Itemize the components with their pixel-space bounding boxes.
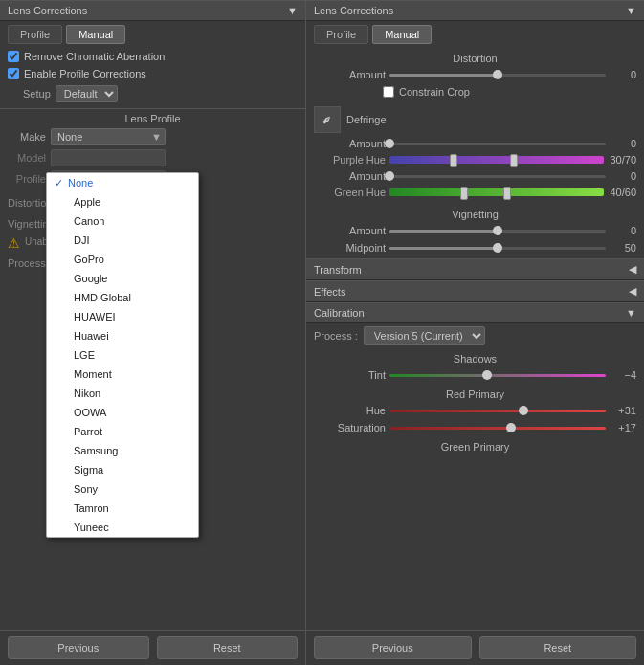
remove-chromatic-checkbox[interactable] [8, 51, 19, 62]
red-primary-hue-thumb[interactable] [519, 406, 528, 415]
green-hue-thumb1[interactable] [460, 187, 468, 200]
distortion-amount-fill [389, 74, 498, 77]
right-previous-button[interactable]: Previous [314, 636, 472, 659]
dropdown-item-samsung[interactable]: Samsung [47, 441, 198, 460]
dropdown-item-none[interactable]: None [47, 173, 198, 192]
defringe-amount-label: Amount [314, 138, 386, 149]
vignetting-amount-thumb[interactable] [493, 226, 502, 235]
red-primary-sat-value: +17 [610, 422, 636, 433]
dropdown-item-google[interactable]: Google [47, 269, 198, 288]
vignetting-amount-label: Amount [314, 225, 386, 236]
right-header[interactable]: Lens Corrections ▼ [306, 0, 644, 21]
constrain-crop-checkbox[interactable] [383, 86, 394, 98]
distortion-amount-track[interactable] [389, 74, 606, 77]
distortion-amount-value: 0 [610, 69, 636, 80]
eyedropper-icon: ✒ [318, 110, 337, 129]
green-hue-label: Green Hue [314, 187, 386, 198]
enable-profile-checkbox[interactable] [8, 68, 19, 79]
dropdown-item-apple[interactable]: Apple [47, 192, 198, 211]
defringe-amount2-row: Amount 0 [306, 167, 644, 185]
purple-hue-track[interactable] [389, 156, 604, 164]
purple-hue-thumb2[interactable] [510, 154, 518, 167]
right-bottom-bar: Previous Reset [306, 630, 644, 665]
enable-profile-label: Enable Profile Corrections [24, 68, 146, 79]
left-reset-button[interactable]: Reset [157, 636, 299, 659]
effects-header[interactable]: Effects ◀ [306, 280, 644, 302]
defringe-amount-track[interactable] [389, 143, 606, 145]
calibration-title: Calibration [314, 307, 365, 319]
dropdown-item-sigma[interactable]: Sigma [47, 460, 198, 479]
right-tab-profile[interactable]: Profile [314, 25, 368, 44]
shadows-tint-thumb[interactable] [482, 370, 492, 380]
right-reset-button[interactable]: Reset [479, 636, 637, 659]
dropdown-item-yuneec[interactable]: Yuneec [47, 518, 198, 537]
model-field[interactable] [51, 149, 166, 166]
purple-hue-thumb1[interactable] [450, 154, 457, 167]
distortion-title: Distortion [306, 48, 644, 66]
dropdown-item-gopro[interactable]: GoPro [47, 250, 198, 269]
dropdown-item-canon[interactable]: Canon [47, 211, 198, 231]
lens-profile-header: Lens Profile [0, 108, 305, 126]
setup-label: Setup [23, 88, 51, 100]
defringe-amount2-thumb[interactable] [385, 171, 394, 181]
model-label: Model [8, 152, 46, 164]
eyedropper-button[interactable]: ✒ [314, 106, 341, 133]
green-hue-value: 40/60 [608, 187, 636, 198]
dropdown-item-lge[interactable]: LGE [47, 345, 198, 365]
vignetting-midpoint-track[interactable] [389, 247, 606, 250]
transform-arrow: ◀ [629, 263, 636, 276]
defringe-amount-thumb[interactable] [385, 139, 394, 148]
purple-hue-label: Purple Hue [314, 154, 386, 166]
red-primary-hue-track[interactable] [389, 410, 606, 412]
enable-profile-row: Enable Profile Corrections [0, 65, 305, 82]
green-hue-thumb2[interactable] [503, 187, 511, 200]
process-row: Process : Version 5 (Current) [306, 323, 644, 348]
dropdown-item-huawei-caps[interactable]: HUAWEI [47, 307, 198, 326]
green-hue-track[interactable] [389, 188, 604, 196]
defringe-amount2-track[interactable] [389, 175, 606, 178]
vignetting-amount-fill [389, 230, 498, 233]
defringe-amount-row: Amount 0 [306, 135, 644, 152]
left-tab-manual[interactable]: Manual [66, 25, 125, 44]
shadows-tint-track[interactable] [389, 374, 606, 377]
calibration-header[interactable]: Calibration ▼ [306, 302, 644, 323]
dropdown-item-oowa[interactable]: OOWA [47, 403, 198, 422]
dropdown-item-tamron[interactable]: Tamron [47, 499, 198, 518]
constrain-crop-label: Constrain Crop [399, 86, 470, 98]
vignetting-midpoint-thumb[interactable] [493, 243, 502, 253]
left-header[interactable]: Lens Corrections ▼ [0, 0, 305, 21]
vignetting-midpoint-label: Midpoint [314, 242, 386, 254]
make-row: Make None ▼ [0, 126, 305, 147]
make-dropdown: None Apple Canon DJI GoPro Google HMD Gl… [46, 172, 199, 538]
red-primary-sat-track[interactable] [389, 427, 606, 430]
shadows-tint-value: −4 [610, 369, 636, 381]
dropdown-item-dji[interactable]: DJI [47, 231, 198, 250]
right-tabs: Profile Manual [306, 21, 644, 48]
left-tab-profile[interactable]: Profile [8, 25, 62, 44]
dropdown-item-moment[interactable]: Moment [47, 365, 198, 384]
dropdown-item-hmd[interactable]: HMD Global [47, 288, 198, 307]
green-primary-title: Green Primary [306, 436, 644, 454]
dropdown-item-huawei[interactable]: Huawei [47, 326, 198, 345]
dropdown-item-parrot[interactable]: Parrot [47, 422, 198, 441]
dropdown-item-nikon[interactable]: Nikon [47, 384, 198, 403]
make-label: Make [8, 131, 46, 143]
left-panel: Lens Corrections ▼ Profile Manual Remove… [0, 0, 306, 665]
red-primary-title: Red Primary [306, 384, 644, 402]
distortion-amount-thumb[interactable] [493, 70, 502, 79]
make-select-wrapper: None ▼ [51, 128, 166, 145]
transform-header[interactable]: Transform ◀ [306, 258, 644, 280]
right-tab-manual[interactable]: Manual [372, 25, 432, 44]
dropdown-item-sony[interactable]: Sony [47, 479, 198, 499]
process-select[interactable]: Version 5 (Current) [364, 326, 485, 345]
setup-select[interactable]: Default [56, 85, 118, 102]
red-primary-sat-thumb[interactable] [506, 423, 516, 432]
shadows-tint-label: Tint [314, 369, 386, 381]
make-select[interactable]: None [51, 128, 166, 145]
left-previous-button[interactable]: Previous [8, 636, 149, 659]
left-header-arrow: ▼ [287, 5, 298, 16]
defringe-amount2-label: Amount [314, 170, 386, 182]
process-label: Process : [314, 330, 358, 342]
shadows-title: Shadows [306, 348, 644, 366]
vignetting-amount-track[interactable] [389, 230, 606, 233]
